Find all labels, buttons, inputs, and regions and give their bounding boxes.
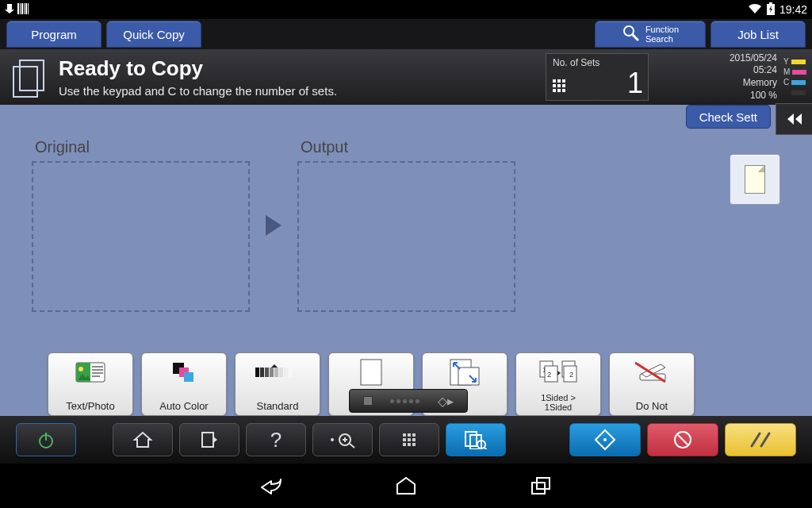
- toner-c-label: C: [783, 77, 789, 87]
- toner-k-bar: [791, 90, 806, 95]
- paper-icon: [359, 356, 383, 388]
- enlarge-button[interactable]: [312, 423, 373, 456]
- preview-area: Original Output: [0, 130, 812, 321]
- color-mode-button[interactable]: Auto Color: [141, 352, 227, 416]
- copy-icon: [5, 60, 52, 94]
- svg-rect-3: [24, 3, 25, 14]
- duplex-label: 1Sided > 1Sided: [541, 393, 576, 412]
- toner-y-label: Y: [783, 56, 789, 67]
- stapler-icon: [635, 356, 668, 388]
- collapse-panel-button[interactable]: [776, 103, 812, 135]
- strip-square-icon: [363, 396, 373, 406]
- finishing-label: Do Not: [636, 401, 668, 412]
- start-button[interactable]: [569, 423, 641, 456]
- svg-rect-28: [361, 360, 381, 385]
- time: 05:24: [701, 64, 777, 77]
- svg-point-16: [79, 367, 83, 371]
- original-type-button[interactable]: Text/Photo: [48, 352, 133, 416]
- home-button[interactable]: [113, 423, 173, 456]
- svg-rect-21: [260, 368, 264, 377]
- job-list-tab[interactable]: Job List: [710, 21, 806, 48]
- power-button[interactable]: [16, 423, 76, 456]
- toner-levels: Y M C K: [780, 53, 812, 101]
- check-setting-button[interactable]: Check Sett: [686, 105, 771, 129]
- memory-value: 100 %: [701, 90, 777, 102]
- toner-m-bar: [792, 70, 806, 75]
- zoom-icon: [449, 356, 481, 388]
- output-thumbnail[interactable]: [730, 154, 780, 205]
- svg-rect-24: [274, 368, 278, 377]
- svg-rect-26: [284, 368, 288, 377]
- battery-charging-icon: [767, 2, 775, 17]
- arrow-right-icon: [250, 138, 297, 313]
- duplex-button[interactable]: 1212 1Sided > 1Sided: [515, 352, 601, 416]
- autocolor-icon: [170, 356, 198, 388]
- finishing-button[interactable]: Do Not: [609, 352, 695, 416]
- svg-rect-15: [92, 375, 100, 377]
- sets-value: 1: [627, 67, 642, 100]
- tenkey-button[interactable]: [379, 423, 439, 456]
- svg-point-44: [331, 438, 334, 441]
- status-time: 19:42: [779, 3, 807, 16]
- svg-rect-13: [92, 369, 103, 371]
- android-home-button[interactable]: [394, 474, 418, 498]
- android-back-button[interactable]: [259, 474, 283, 498]
- status-right: 19:42: [748, 2, 807, 17]
- status-left: [5, 3, 30, 17]
- preview-button[interactable]: [446, 423, 506, 456]
- svg-text:2: 2: [547, 371, 551, 379]
- function-search-label: Function Search: [645, 25, 679, 44]
- svg-line-57: [761, 433, 769, 446]
- date: 2015/05/24: [701, 52, 777, 65]
- svg-rect-23: [270, 368, 274, 377]
- density-label: Standard: [257, 401, 299, 412]
- svg-line-56: [752, 433, 760, 446]
- date-time-memory: 2015/05/24 05:24 Memory 100 %: [701, 52, 780, 102]
- keypad-icon: [553, 79, 569, 95]
- sets-counter[interactable]: No. of Sets 1: [546, 53, 649, 101]
- svg-rect-27: [289, 368, 293, 377]
- toner-c-bar: [791, 80, 806, 85]
- svg-rect-14: [92, 372, 103, 374]
- wifi-icon: [748, 3, 762, 17]
- program-tab[interactable]: Program: [6, 21, 102, 48]
- svg-rect-1: [20, 3, 21, 14]
- android-nav-bar: [0, 464, 812, 508]
- svg-rect-2: [21, 3, 23, 14]
- menu-button[interactable]: [179, 423, 239, 456]
- svg-rect-7: [769, 2, 772, 4]
- svg-rect-19: [184, 372, 193, 382]
- help-button[interactable]: ?: [246, 423, 306, 456]
- density-button[interactable]: Standard: [235, 352, 320, 416]
- ready-subtitle: Use the keypad and C to change the numbe…: [59, 84, 541, 98]
- function-search-tab[interactable]: Function Search: [595, 21, 706, 48]
- strip-dots-icon: [390, 399, 419, 403]
- svg-point-53: [603, 438, 607, 441]
- svg-rect-4: [25, 3, 27, 14]
- svg-rect-0: [17, 3, 19, 14]
- original-preview[interactable]: [32, 161, 250, 312]
- svg-rect-25: [279, 368, 283, 377]
- check-row: Check Sett: [0, 105, 812, 130]
- stop-button[interactable]: [647, 423, 718, 456]
- status-banner: Ready to Copy Use the keypad and C to ch…: [0, 49, 812, 105]
- strip-arrow-icon: ◇▸: [438, 394, 454, 409]
- mfp-screen: Program Quick Copy Function Search Job L…: [0, 19, 812, 464]
- adjustment-strip[interactable]: ◇▸: [349, 389, 468, 413]
- color-mode-label: Auto Color: [159, 401, 208, 412]
- quick-copy-tab[interactable]: Quick Copy: [106, 21, 201, 48]
- svg-rect-22: [265, 368, 269, 377]
- output-label: Output: [301, 138, 515, 156]
- android-recent-button[interactable]: [529, 474, 553, 498]
- svg-rect-5: [28, 3, 29, 14]
- svg-text:2: 2: [569, 371, 573, 379]
- top-tab-bar: Program Quick Copy Function Search Job L…: [0, 19, 812, 49]
- svg-line-48: [350, 444, 354, 448]
- original-type-label: Text/Photo: [66, 401, 114, 412]
- reset-button[interactable]: [725, 423, 796, 456]
- svg-rect-43: [202, 433, 213, 447]
- density-icon: [255, 356, 300, 388]
- output-preview[interactable]: [297, 161, 515, 312]
- original-label: Original: [35, 138, 250, 156]
- memory-label: Memory: [701, 77, 777, 90]
